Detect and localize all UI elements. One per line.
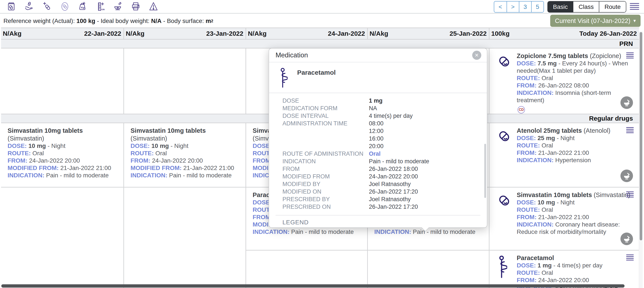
ideal-weight-label: - Ideal body weight: (97, 18, 150, 25)
capsule-icon (496, 192, 512, 210)
vertical-scrollbar-track[interactable] (639, 31, 643, 288)
view-mode-basic[interactable]: Basic (548, 2, 573, 12)
view-mode-group: Basic Class Route (548, 1, 626, 13)
from-value: 26-Jan-2022 18:00 (369, 165, 418, 173)
empty-cell-25jan (368, 250, 489, 288)
modified-from-value: 24-Jan-2022 20:00 (369, 173, 418, 180)
alert-warning-icon[interactable] (148, 1, 159, 12)
modal-details: DOSE1 mg MEDICATION FORMNA DOSE INTERVAL… (269, 93, 487, 212)
page-total-button[interactable]: 5 (531, 2, 544, 12)
toolbar: Kg cm < > 3 5 Basic Class Route (0, 0, 644, 14)
view-mode-class[interactable]: Class (573, 2, 599, 12)
compound-medication-icon[interactable] (112, 1, 124, 12)
column-header-25jan: N/Akg25-Jan-2022 (368, 28, 489, 39)
horizontal-scrollbar-thumb[interactable] (1, 284, 624, 287)
capsule-icon (496, 53, 512, 71)
administer-button[interactable] (620, 233, 633, 245)
prn-cell-23jan (124, 49, 246, 114)
current-visit-dropdown[interactable]: Current Visit (07-Jan-2022) ▾ (550, 15, 640, 27)
medication-name: Zopiclone 7.5mg tablets (517, 52, 588, 59)
column-header-today: 100kgToday 26-Jan-2022 (490, 28, 639, 39)
medication-card-simvastatin-23jan[interactable]: Simvastatin 10mg tablets (Simvastatin) D… (124, 123, 246, 187)
form-value: NA (369, 105, 377, 112)
medication-card-paracetamol-today[interactable]: Paracetamol DOSE: 1 mg - 4 time(s) per d… (490, 250, 639, 288)
toolbar-right: < > 3 5 Basic Class Route (494, 1, 639, 13)
column-23jan: Simvastatin 10mg tablets (Simvastatin) D… (124, 123, 246, 288)
page-next-button[interactable]: > (506, 2, 519, 12)
column-header-24jan: N/Akg24-Jan-2022 (246, 28, 367, 39)
card-menu-icon[interactable] (626, 127, 634, 134)
route-link[interactable]: Oral (369, 150, 380, 158)
menu-icon[interactable] (630, 3, 639, 11)
medication-chart-icon[interactable] (6, 1, 17, 12)
medication-card-atenolol[interactable]: Atenolol 25mg tablets (Atenolol) DOSE: 2… (490, 123, 639, 187)
administer-button[interactable] (620, 170, 633, 182)
medication-generic: (Zopiclone) (590, 52, 621, 59)
close-icon[interactable]: ✕ (472, 51, 481, 60)
modal-drug-name: Paracetamol (297, 68, 336, 89)
svg-text:cm: cm (101, 8, 104, 11)
column-22jan: Simvastatin 10mg tablets (Simvastatin) D… (1, 123, 124, 288)
column-today: Atenolol 25mg tablets (Atenolol) DOSE: 2… (490, 123, 639, 288)
vertical-scrollbar-thumb[interactable] (640, 32, 642, 240)
prescribed-by-value: Joel Ratnasothy (369, 196, 411, 203)
medication-card-simvastatin-today[interactable]: Simvastatin 10mg tablets (Simvastatin) D… (490, 188, 639, 250)
body-surface-sup: 2 (211, 19, 213, 23)
card-menu-icon[interactable] (626, 191, 634, 198)
modified-by-value: Joel Ratnasothy (369, 180, 411, 188)
view-mode-route[interactable]: Route (599, 2, 626, 12)
modal-drug-row: Paracetamol (269, 62, 487, 93)
administer-button[interactable] (620, 96, 633, 109)
add-weight-kg-icon[interactable]: Kg (77, 1, 88, 12)
indication-value: Pain - mild to moderate (369, 158, 429, 165)
column-header-22jan: N/Akg22-Jan-2022 (1, 28, 124, 39)
add-height-cm-icon[interactable]: cm (95, 1, 106, 12)
legend-label: LEGEND (269, 215, 487, 226)
medication-card-simvastatin-22jan[interactable]: Simvastatin 10mg tablets (Simvastatin) D… (1, 123, 124, 187)
reference-weight-label: Reference weight (Actual): (4, 18, 75, 25)
ideal-weight-value: N/A (151, 18, 162, 25)
dose-value: 1 mg (369, 97, 382, 105)
card-menu-icon[interactable] (626, 52, 634, 59)
page-prev-button[interactable]: < (494, 2, 506, 12)
add-medication-icon[interactable] (42, 1, 53, 12)
column-header-23jan: N/Akg23-Jan-2022 (124, 28, 246, 39)
chevron-down-icon: ▾ (634, 18, 636, 24)
svg-text:Kg: Kg (81, 6, 84, 9)
pagination-group: < > 3 5 (494, 1, 544, 13)
empty-cell-23jan (124, 188, 246, 288)
body-surface-label: - Body surface: (163, 18, 204, 25)
admin-times: 08:00 12:00 16:00 20:00 (369, 120, 384, 150)
medication-detail-modal: Medication ✕ Paracetamol DOSE1 mg MEDICA… (268, 48, 487, 228)
capsule-icon (496, 128, 512, 145)
patient-info-bar: Reference weight (Actual): 100 kg - Idea… (0, 14, 644, 28)
controlled-drug-badge: CD (518, 106, 525, 113)
date-header-row: N/Akg22-Jan-2022 N/Akg23-Jan-2022 N/Akg2… (1, 28, 639, 39)
modified-on-value: 26-Jan-2022 17:20 (369, 188, 418, 196)
medication-card-zopiclone[interactable]: Zopiclone 7.5mg tablets (Zopiclone) DOSE… (490, 49, 639, 114)
asclepius-icon (278, 68, 288, 88)
reference-weight-value: 100 kg (76, 18, 95, 25)
modal-title: Medication (276, 51, 472, 59)
asclepius-icon (496, 255, 507, 279)
prn-cell-22jan (1, 49, 124, 114)
prn-section-band: PRN (1, 40, 639, 48)
current-visit-label: Current Visit (07-Jan-2022) (555, 17, 630, 25)
empty-cell-22jan (1, 188, 124, 288)
page-current-button[interactable]: 3 (519, 2, 531, 12)
interval-value: 4 time(s) per day (369, 112, 413, 120)
card-menu-icon[interactable] (626, 254, 634, 261)
medication-chart-page: Kg cm < > 3 5 Basic Class Route (0, 0, 644, 288)
modal-scrollbar[interactable] (484, 144, 486, 198)
pill-oval-icon[interactable] (59, 1, 70, 12)
dispense-hand-icon[interactable] (24, 1, 35, 12)
prescribed-on-value: 26-Jan-2022 17:20 (369, 203, 418, 211)
body-surface-unit: m (206, 18, 211, 25)
print-icon[interactable] (130, 1, 141, 12)
modal-header: Medication ✕ (269, 49, 487, 62)
empty-cell-24jan (246, 250, 367, 288)
